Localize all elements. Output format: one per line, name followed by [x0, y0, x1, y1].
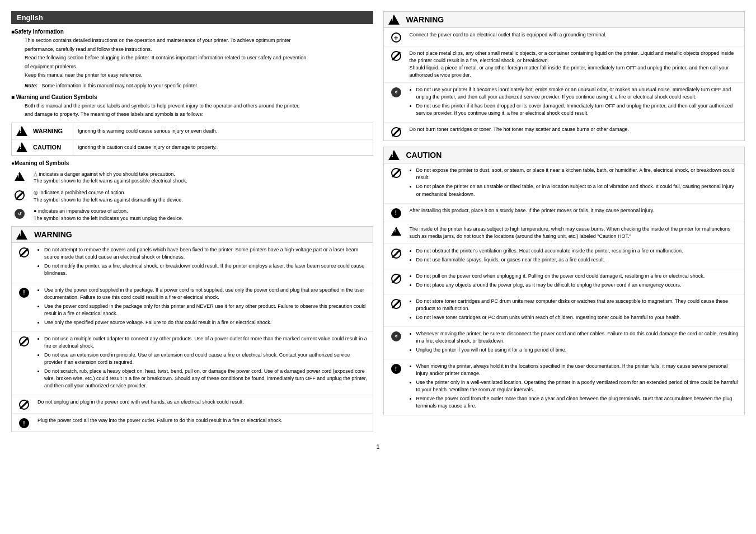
caution-row-7-text: Whenever moving the printer, be sure to …: [410, 330, 740, 355]
symbols-section: △ indicates a danger against which you s…: [11, 171, 373, 222]
circle-slash-icon: [15, 190, 25, 200]
right-warning-row-3: ↺ Do not use your printer if it becomes …: [384, 83, 745, 123]
table-row: CAUTION Ignoring this caution could caus…: [12, 139, 373, 155]
warning-row-2: Use only the power cord supplied in the …: [12, 283, 373, 332]
table-row: WARNING Ignoring this warning could caus…: [12, 123, 373, 139]
warning-box-triangle-icon: [16, 229, 27, 240]
warning-row-5-icon: [16, 417, 32, 428]
right-caution-box-header: CAUTION: [384, 147, 745, 163]
arrow-circle-icon: ↺: [15, 209, 25, 219]
caution-row-5-text: Do not pull on the power cord when unplu…: [410, 273, 740, 291]
warning-row-5-text: Plug the power cord all the way into the…: [37, 417, 368, 424]
right-caution-box-body: Do not expose the printer to dust, soot,…: [384, 163, 745, 415]
right-warning-row-3-icon: ↺: [388, 86, 404, 97]
caution-row-6-text: Do not store toner cartridges and PC dru…: [410, 298, 740, 323]
triangle-icon: [15, 172, 25, 181]
right-warning-row-1-text: Connect the power cord to an electrical …: [410, 31, 740, 39]
caution-row-7: ↺ Whenever moving the printer, be sure t…: [384, 327, 745, 359]
right-warning-row-1: Connect the power cord to an electrical …: [384, 28, 745, 46]
bullet-circle-icon: [19, 418, 29, 428]
caution-row-8-icon: [388, 363, 404, 374]
page: English ■Safety Information This section…: [6, 6, 750, 528]
caution-label-cell: CAUTION: [12, 139, 73, 155]
caution-row-6: Do not store toner cartridges and PC dru…: [384, 294, 745, 327]
triangle-icon: [391, 227, 401, 236]
warning-row-4-icon: [16, 399, 32, 410]
caution-row-7-icon: ↺: [388, 330, 404, 341]
wc-text2: and damage to property. The meaning of t…: [25, 111, 373, 118]
caution-row-6-icon: [388, 298, 404, 309]
warning-caution-table: WARNING Ignoring this warning could caus…: [11, 123, 373, 156]
right-column: WARNING Connect the power cord to an ele…: [383, 11, 745, 438]
caution-row-4-icon: [388, 247, 404, 259]
right-warning-row-3-text: Do not use your printer if it becomes in…: [410, 86, 740, 119]
circle-slash-icon: [19, 400, 29, 410]
arrow-circle-icon-cell: ↺: [11, 208, 28, 219]
left-column: English ■Safety Information This section…: [11, 11, 373, 438]
circle-slash-icon: [391, 168, 401, 178]
fire-icon: ↺: [391, 87, 401, 97]
caution-row-2: After installing this product, place it …: [384, 204, 745, 222]
symbol-row-1: △ indicates a danger against which you s…: [11, 171, 373, 185]
page-number: 1: [11, 443, 745, 450]
right-warning-triangle-icon: [388, 15, 400, 25]
warning-row-2-text: Use only the power cord supplied in the …: [37, 287, 368, 328]
safety-text-5: Keep this manual near the printer for ea…: [25, 72, 373, 79]
right-caution-box: CAUTION Do not expose the printer to dus…: [383, 147, 745, 415]
left-warning-box: WARNING Do not attempt to remove the cov…: [11, 226, 373, 432]
symbol-desc-1: △ indicates a danger against which you s…: [34, 171, 187, 185]
circle-slash-icon-cell: [11, 189, 28, 200]
safety-text-1: This section contains detailed instructi…: [25, 37, 373, 44]
warning-row-4-text: Do not unplug and plug in the power cord…: [37, 399, 368, 406]
caution-row-8: When moving the printer, always hold it …: [384, 359, 745, 415]
right-warning-box: WARNING Connect the power cord to an ele…: [383, 11, 745, 141]
safety-note: Note: Some information in this manual ma…: [25, 82, 373, 90]
right-warning-box-body: Connect the power cord to an electrical …: [384, 28, 745, 140]
right-warning-row-2-text: Do not place metal clips, any other smal…: [410, 50, 740, 79]
caution-row-3-icon: [388, 226, 404, 236]
symbol-desc-3: ● indicates an imperative course of acti…: [34, 208, 183, 222]
caution-row-3-text: The inside of the printer has areas subj…: [410, 226, 740, 240]
safety-text-2: performance, carefully read and follow t…: [25, 46, 373, 53]
warning-row-3-icon: [16, 335, 32, 346]
meaning-heading: ●Meaning of Symbols: [11, 160, 373, 166]
symbol-row-2: ◎ indicates a prohibited course of actio…: [11, 189, 373, 203]
caution-row-5-icon: [388, 273, 404, 284]
caution-triangle-icon: [16, 142, 27, 152]
bullet-circle-icon: [391, 364, 401, 374]
caution-row-2-text: After installing this product, place it …: [410, 207, 740, 214]
right-warning-row-4: Do not burn toner cartridges or toner. T…: [384, 123, 745, 140]
warning-row-4: Do not unplug and plug in the power cord…: [12, 395, 373, 414]
safety-text-4: of equipment problems.: [25, 63, 373, 71]
circle-slash-icon: [391, 274, 401, 284]
circle-slash-icon: [391, 127, 401, 137]
warning-caution-heading: ■ Warning and Caution Symbols: [11, 94, 373, 100]
right-warning-row-4-icon: [388, 126, 404, 137]
circle-slash-icon: [391, 249, 401, 259]
symbol-desc-2: ◎ indicates a prohibited course of actio…: [34, 189, 183, 203]
bullet-circle-icon: [391, 208, 401, 218]
ground-icon: [391, 32, 401, 43]
circle-slash-icon: [19, 247, 29, 257]
fire-icon: ↺: [391, 331, 401, 341]
symbol-row-3: ↺ ● indicates an imperative course of ac…: [11, 208, 373, 222]
circle-slash-icon: [19, 336, 29, 346]
triangle-icon-cell: [11, 171, 28, 181]
caution-row-1-icon: [388, 167, 404, 178]
caution-row-4-text: Do not obstruct the printer's ventilatio…: [410, 247, 740, 265]
caution-row-2-icon: [388, 207, 404, 218]
caution-row-3: The inside of the printer has areas subj…: [384, 222, 745, 244]
warning-row-3: Do not use a multiple outlet adapter to …: [12, 332, 373, 395]
warning-label-cell: WARNING: [12, 123, 73, 139]
warning-row-5: Plug the power cord all the way into the…: [12, 414, 373, 432]
caution-row-5: Do not pull on the power cord when unplu…: [384, 269, 745, 294]
caution-desc-cell: Ignoring this caution could cause injury…: [73, 139, 373, 155]
warning-triangle-icon: [16, 126, 27, 136]
right-warning-row-1-icon: [388, 31, 404, 43]
warning-row-1-text: Do not attempt to remove the covers and …: [37, 246, 368, 279]
left-warning-box-header: WARNING: [12, 227, 373, 243]
right-warning-row-4-text: Do not burn toner cartridges or toner. T…: [410, 126, 740, 133]
caution-row-1: Do not expose the printer to dust, soot,…: [384, 163, 745, 203]
right-warning-box-header: WARNING: [384, 12, 745, 28]
right-warning-row-2-icon: [388, 50, 404, 61]
